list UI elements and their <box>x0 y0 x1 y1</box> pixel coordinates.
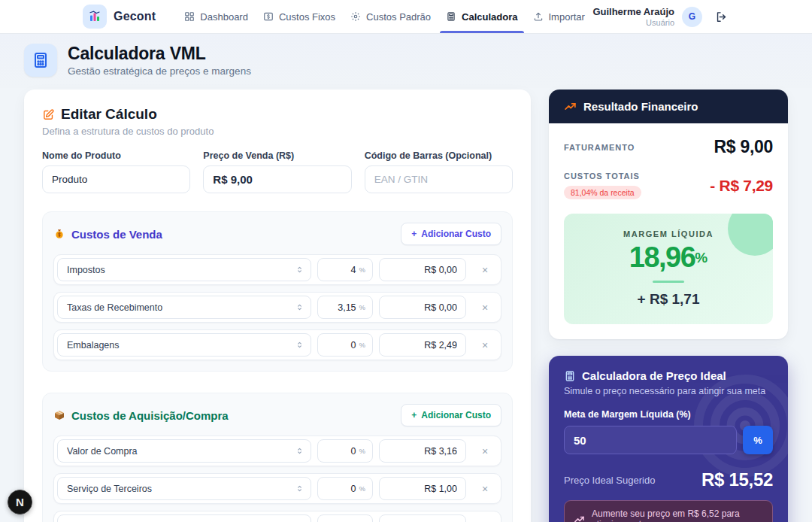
price-increase-alert: Aumente seu preço em R$ 6,52 para atingi… <box>564 500 773 522</box>
costs-percent-badge: 81,04% da receita <box>564 186 641 199</box>
main-nav: Dashboard Custos Fixos C <box>177 0 592 33</box>
cost-amount-input[interactable]: R$ 2,49 <box>379 333 466 357</box>
nav-item-calculadora[interactable]: Calculadora <box>438 0 525 33</box>
page-subtitle: Gestão estratégica de preços e margens <box>68 65 251 77</box>
page-header: Calculadora VML Gestão estratégica de pr… <box>0 34 812 88</box>
sale-price-input[interactable] <box>203 165 351 193</box>
nav-item-label: Custos Padrão <box>366 11 431 23</box>
user-name: Guilherme Araújo <box>592 6 674 17</box>
close-icon: × <box>482 445 488 457</box>
cost-amount-input[interactable]: R$ 0,00 <box>379 514 466 522</box>
add-cost-button[interactable]: + Adicionar Custo <box>401 223 501 245</box>
chevron-updown-icon <box>295 303 304 311</box>
avatar[interactable]: G <box>682 7 702 27</box>
section-title: Custos de Aquisição/Compra <box>71 409 229 422</box>
grid-icon <box>184 11 195 22</box>
product-name-label: Nome do Produto <box>42 150 190 161</box>
ideal-price-card: Calculadora de Preço Ideal Simule o preç… <box>549 356 788 522</box>
revenue-label: FATURAMENTO <box>564 143 635 152</box>
alert-text: Aumente seu preço em R$ 6,52 para atingi… <box>592 508 763 522</box>
nav-item-label: Importar <box>549 11 585 23</box>
cost-percent-input[interactable]: 3,15 % <box>317 296 373 319</box>
dev-tools-badge[interactable]: N <box>8 490 32 514</box>
cost-name-select[interactable]: Perda/Não Recebimento <box>57 514 311 522</box>
nav-item-custos-padrao[interactable]: Custos Padrão <box>343 0 438 33</box>
cost-amount-input[interactable]: R$ 3,16 <box>379 439 466 463</box>
chevron-updown-icon <box>295 341 304 349</box>
remove-cost-button[interactable]: × <box>475 442 495 461</box>
section-title: Custos de Venda <box>71 228 162 241</box>
margin-percent: 18,96% <box>576 241 761 274</box>
goal-label: Meta de Margem Líquida (%) <box>564 409 773 420</box>
nav-item-custos-fixos[interactable]: Custos Fixos <box>256 0 343 33</box>
close-icon: × <box>482 264 488 276</box>
cost-name-select[interactable]: Valor de Compra <box>57 439 311 463</box>
sale-price-label: Preço de Venda (R$) <box>203 150 351 161</box>
goal-margin-input[interactable] <box>564 426 737 454</box>
gear-icon <box>350 11 361 22</box>
calculator-icon <box>446 11 456 22</box>
money-icon <box>263 11 274 22</box>
margin-amount: + R$ 1,71 <box>576 291 761 308</box>
page-calculator-icon <box>24 44 57 77</box>
cost-amount-input[interactable]: R$ 0,00 <box>379 296 466 319</box>
editor-subtitle: Defina a estrutura de custos do produto <box>42 126 513 137</box>
page-title: Calculadora VML <box>68 44 251 64</box>
divider <box>653 281 684 283</box>
brand-name: Gecont <box>114 10 156 23</box>
package-icon <box>53 409 65 421</box>
plus-icon: + <box>411 410 417 420</box>
sale-price-field: Preço de Venda (R$) <box>203 150 351 193</box>
product-name-input[interactable] <box>42 165 190 193</box>
plus-icon: + <box>411 229 417 239</box>
cost-percent-input[interactable]: 0 % <box>317 333 373 357</box>
cost-percent-input[interactable]: 0 % <box>317 477 373 500</box>
cost-amount-input[interactable]: R$ 1,00 <box>379 477 466 500</box>
financial-result-card: Resultado Financeiro FATURAMENTO R$ 9,00… <box>549 90 788 339</box>
cost-name-select[interactable]: Impostos <box>57 258 311 281</box>
nav-item-importar[interactable]: Importar <box>526 0 592 33</box>
remove-cost-button[interactable]: × <box>475 260 495 280</box>
costs-label: CUSTOS TOTAIS <box>564 171 641 181</box>
close-icon: × <box>482 483 488 495</box>
ideal-result-label: Preço Ideal Sugerido <box>564 475 655 486</box>
top-navbar: Gecont Dashboard Cus <box>0 0 812 34</box>
net-margin-panel: MARGEM LÍQUIDA 18,96% + R$ 1,71 <box>564 214 773 324</box>
cost-row: Perda/Não Recebimento 0 % R$ 0,00 × <box>53 511 501 522</box>
cost-row: Taxas de Recebimento 3,15 % R$ 0,00 × <box>53 292 501 323</box>
user-meta: Guilherme Araújo Usuário <box>592 6 674 27</box>
nav-item-dashboard[interactable]: Dashboard <box>177 0 256 33</box>
product-name-field: Nome do Produto <box>42 150 190 193</box>
brand-logo-icon <box>83 5 107 29</box>
add-cost-button[interactable]: + Adicionar Custo <box>401 404 501 426</box>
ideal-title: Calculadora de Preço Ideal <box>582 369 726 382</box>
cost-name-select[interactable]: Embalagens <box>57 333 311 357</box>
remove-cost-button[interactable]: × <box>475 479 495 499</box>
trending-up-icon <box>574 514 585 522</box>
revenue-row: FATURAMENTO R$ 9,00 <box>564 137 773 157</box>
costs-value: - R$ 7,29 <box>710 177 773 195</box>
nav-item-label: Calculadora <box>462 11 517 23</box>
remove-cost-button[interactable]: × <box>475 335 495 355</box>
brand[interactable]: Gecont <box>83 5 156 29</box>
cost-name-select[interactable]: Serviço de Terceiros <box>57 477 311 500</box>
barcode-field: Código de Barras (Opcional) <box>365 150 513 193</box>
barcode-input[interactable] <box>365 165 513 193</box>
chevron-updown-icon <box>295 484 304 493</box>
nav-item-label: Custos Fixos <box>279 11 335 23</box>
cost-amount-input[interactable]: R$ 0,00 <box>379 258 466 281</box>
logout-button[interactable] <box>714 9 729 25</box>
close-icon: × <box>482 302 488 314</box>
section-custos-aquisicao: Custos de Aquisição/Compra + Adicionar C… <box>42 393 513 522</box>
remove-cost-button[interactable]: × <box>475 298 495 317</box>
cost-percent-input[interactable]: 0 % <box>317 514 373 522</box>
cost-name-select[interactable]: Taxas de Recebimento <box>57 296 311 319</box>
percent-unit-button[interactable]: % <box>743 426 773 454</box>
cost-percent-input[interactable]: 4 % <box>317 258 373 281</box>
chevron-updown-icon <box>295 447 304 455</box>
section-custos-venda: Custos de Venda + Adicionar Custo Impost… <box>42 211 513 372</box>
result-title: Resultado Financeiro <box>583 100 698 113</box>
remove-cost-button[interactable]: × <box>475 517 495 522</box>
cost-percent-input[interactable]: 0 % <box>317 439 373 463</box>
nav-item-label: Dashboard <box>200 11 248 23</box>
